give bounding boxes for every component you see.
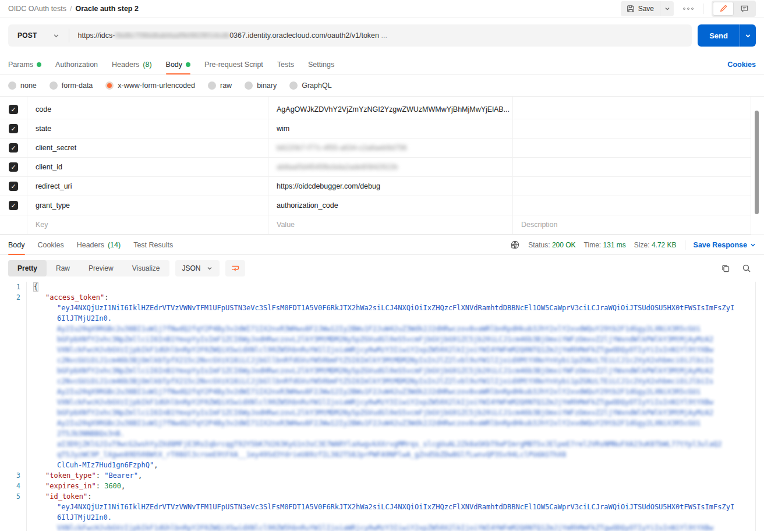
description-cell[interactable] <box>512 139 751 157</box>
code-line: ClCuh-MIz7Hud1gn6FzphQ", <box>0 460 755 470</box>
value-cell[interactable]: https://oidcdebugger.com/debug <box>268 177 512 196</box>
description-cell[interactable] <box>512 196 751 215</box>
view-tab-raw[interactable]: Raw <box>47 260 79 276</box>
radio-icon <box>105 81 114 90</box>
code-line: aI3D9jZKlGJIuT9wcG2wshYyZXd8MFjE3RsIqbrc… <box>0 439 755 449</box>
body-mode-raw[interactable]: raw <box>208 81 232 90</box>
description-cell[interactable] <box>512 158 751 176</box>
search-icon[interactable] <box>742 264 751 273</box>
line-number <box>0 355 27 366</box>
row-checkbox[interactable]: ✓ <box>9 162 18 172</box>
tab-body[interactable]: Body <box>166 55 191 74</box>
response-tab-test-results[interactable]: Test Results <box>133 235 173 254</box>
redacted-token-text: VXNlckFwcHJvbGVzIjpbIkF1dGhlbnRpY2F0ZWQi… <box>57 524 713 531</box>
key-cell[interactable]: code <box>27 100 268 119</box>
line-content: c2NvcGUiOiJ1cm46b3BjOmlkbTpfX215c2NvcGVz… <box>27 376 713 386</box>
body-mode-form-data[interactable]: form-data <box>49 81 93 90</box>
status-value[interactable]: 200 OK <box>552 241 576 249</box>
key-cell[interactable]: client_secret <box>27 139 268 157</box>
line-number <box>0 324 27 334</box>
key-cell[interactable]: Key <box>27 215 268 234</box>
value-cell[interactable]: AgAgOWJkZDVhY2VjZmYzNGI2YzgwZWUzMWMwYjBh… <box>268 100 512 119</box>
response-body-viewer[interactable]: 1{2"access_token":"eyJ4NXQjUzI1NiI6IklHZ… <box>0 282 756 531</box>
radio-icon <box>245 81 253 90</box>
tab-label: Body <box>8 241 25 249</box>
send-button-label: Send <box>709 31 728 40</box>
code-token: "id_token" <box>45 492 87 501</box>
save-response-button[interactable]: Save Response <box>694 241 756 249</box>
table-row: ✓client_secretb8220b7-f77c-4f55-a634-c2a… <box>0 139 751 158</box>
breadcrumb-request-name[interactable]: Oracle auth step 2 <box>76 5 139 13</box>
url-input[interactable]: https://idcs-0bd6c706bdbab4aaf9e9829014c… <box>69 31 395 40</box>
description-cell[interactable] <box>512 119 751 138</box>
key-cell[interactable]: state <box>27 119 268 138</box>
table-row: ✓redirect_urihttps://oidcdebugger.com/de… <box>0 177 751 196</box>
description-cell[interactable]: Description <box>512 215 751 234</box>
body-mode-x-www-form-urlencoded[interactable]: x-www-form-urlencoded <box>105 81 195 90</box>
param-value: ab8aaf3d4545fbcbda2ade80842922b <box>277 163 398 171</box>
time-value[interactable]: 131 ms <box>603 241 625 249</box>
network-icon[interactable] <box>510 240 520 250</box>
response-tab-body[interactable]: Body <box>8 235 25 254</box>
key-cell[interactable]: client_id <box>27 158 268 176</box>
body-mode-binary[interactable]: binary <box>245 81 277 90</box>
save-options-button[interactable] <box>660 1 674 16</box>
response-tab-cookies[interactable]: Cookies <box>38 235 64 254</box>
cookies-link[interactable]: Cookies <box>727 55 756 74</box>
code-token: "access_token" <box>45 293 104 302</box>
more-actions-button[interactable] <box>683 8 694 10</box>
tab-authorization[interactable]: Authorization <box>55 55 98 74</box>
code-line: c2NvcGUiOiJ1cm46b3BjOmlkbTpfX215c2NvcGVz… <box>0 355 755 366</box>
view-tab-preview[interactable]: Preview <box>79 260 123 276</box>
tab-settings[interactable]: Settings <box>308 55 334 74</box>
response-tab-headers[interactable]: Headers(14) <box>77 235 121 254</box>
tab-tests[interactable]: Tests <box>277 55 294 74</box>
body-mode-none[interactable]: none <box>8 81 37 90</box>
value-cell[interactable]: Value <box>268 215 512 234</box>
edit-mode-button[interactable] <box>713 2 734 16</box>
code-token: 6IlJTMjU2In0. <box>57 513 112 522</box>
tab-headers[interactable]: Headers(8) <box>112 55 152 74</box>
method-selector[interactable]: POST <box>8 31 69 40</box>
line-number <box>0 502 27 512</box>
send-options-button[interactable] <box>740 24 756 47</box>
save-icon <box>627 5 635 13</box>
row-checkbox[interactable]: ✓ <box>9 182 18 191</box>
view-tab-visualize[interactable]: Visualize <box>123 260 169 276</box>
send-button[interactable]: Send <box>698 24 740 47</box>
description-cell[interactable] <box>512 100 751 119</box>
tab-params[interactable]: Params <box>8 55 41 74</box>
body-mode-GraphQL[interactable]: GraphQL <box>289 81 331 90</box>
comments-button[interactable] <box>734 2 755 16</box>
view-tab-pretty[interactable]: Pretty <box>8 260 47 276</box>
table-scrollbar[interactable] <box>755 111 759 214</box>
line-content: VXNlckFwcHJvbGVzIjpbIkF1dGhlbnRpY2F0ZWQi… <box>27 523 713 531</box>
size-value[interactable]: 4.72 KB <box>652 241 677 249</box>
line-content: Ay2Iu20qX9RGBc2u38BI1uW1j7fNwdQ2fqY2P4By… <box>27 418 701 428</box>
row-checkbox[interactable]: ✓ <box>9 124 18 133</box>
redacted-token-text: c2NvcGUiOiJ1cm46b3BjOmlkbTpfX215c2NvcGVz… <box>57 377 713 385</box>
key-cell[interactable]: grant_type <box>27 196 268 215</box>
value-cell[interactable]: wim <box>268 119 512 138</box>
copy-icon[interactable] <box>721 264 730 273</box>
code-token: "Bearer" <box>104 471 138 480</box>
save-button[interactable]: Save <box>621 1 660 16</box>
description-cell[interactable] <box>512 177 751 196</box>
line-content: ClCuh-MIz7Hud1gn6FzphQ", <box>27 460 158 470</box>
format-selector[interactable]: JSON <box>175 260 220 276</box>
row-checkbox[interactable]: ✓ <box>9 201 18 210</box>
value-cell[interactable]: b8220b7-f77c-4f55-a634-c2a8aeb9d756 <box>268 139 512 157</box>
breadcrumb-collection[interactable]: OIDC OAuth tests <box>8 5 66 13</box>
value-cell[interactable]: ab8aaf3d4545fbcbda2ade80842922b <box>268 158 512 176</box>
request-header-bar: OIDC OAuth tests / Oracle auth step 2 Sa… <box>0 0 764 17</box>
url-redacted-segment: 0bd6c706bdbab4aaf9e9829014cdb <box>115 31 229 40</box>
wrap-lines-button[interactable] <box>225 260 245 276</box>
param-value: authorization_code <box>277 201 338 210</box>
line-content: Ay2Iu20qX9RGBc2u38BI1uW1j7fNwdQ2fqY2P4By… <box>27 324 701 334</box>
tab-pre-request-script[interactable]: Pre-request Script <box>204 55 263 74</box>
key-cell[interactable]: redirect_uri <box>27 177 268 196</box>
row-checkbox[interactable]: ✓ <box>9 143 18 152</box>
send-split-button: Send <box>698 24 756 47</box>
value-cell[interactable]: authorization_code <box>268 196 512 215</box>
row-checkbox[interactable]: ✓ <box>9 105 18 114</box>
